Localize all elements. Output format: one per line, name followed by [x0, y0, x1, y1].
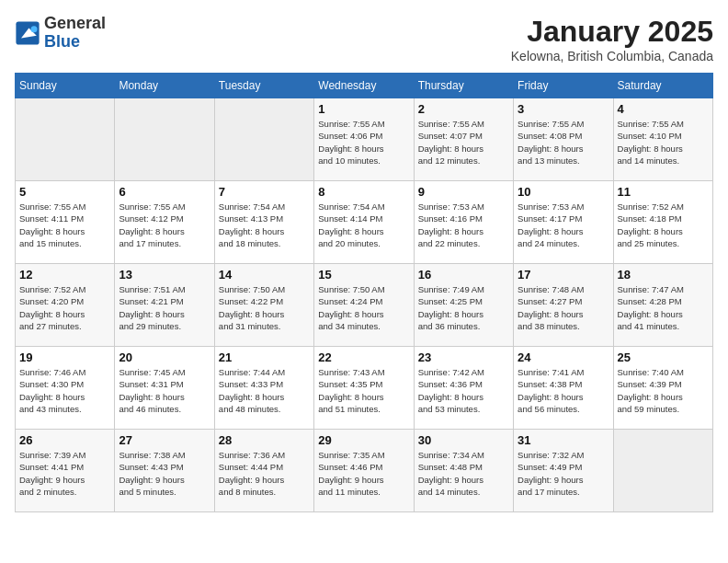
day-number: 8 — [318, 185, 409, 199]
day-detail: Sunrise: 7:55 AMSunset: 4:11 PMDaylight:… — [19, 201, 110, 249]
calendar-cell: 12Sunrise: 7:52 AMSunset: 4:20 PMDayligh… — [16, 264, 115, 347]
day-number: 26 — [19, 433, 110, 447]
calendar-cell: 9Sunrise: 7:53 AMSunset: 4:16 PMDaylight… — [414, 181, 513, 264]
month-title: January 2025 — [511, 15, 713, 49]
logo-general-text: General — [44, 14, 106, 32]
logo: General Blue — [15, 15, 106, 52]
day-number: 25 — [618, 350, 709, 364]
calendar-cell: 17Sunrise: 7:48 AMSunset: 4:27 PMDayligh… — [514, 264, 613, 347]
calendar-week-row: 26Sunrise: 7:39 AMSunset: 4:41 PMDayligh… — [16, 430, 713, 512]
calendar-cell: 4Sunrise: 7:55 AMSunset: 4:10 PMDaylight… — [613, 98, 712, 181]
calendar-cell: 3Sunrise: 7:55 AMSunset: 4:08 PMDaylight… — [514, 98, 613, 181]
day-number: 19 — [19, 350, 110, 364]
day-number: 1 — [318, 102, 409, 116]
day-detail: Sunrise: 7:42 AMSunset: 4:36 PMDaylight:… — [418, 366, 509, 415]
weekday-header: Thursday — [414, 74, 513, 98]
day-detail: Sunrise: 7:54 AMSunset: 4:13 PMDaylight:… — [219, 201, 310, 249]
day-number: 15 — [318, 268, 409, 282]
day-detail: Sunrise: 7:55 AMSunset: 4:12 PMDaylight:… — [119, 201, 210, 249]
calendar-cell — [613, 430, 712, 512]
calendar-cell: 6Sunrise: 7:55 AMSunset: 4:12 PMDaylight… — [115, 181, 214, 264]
day-number: 14 — [219, 268, 310, 282]
calendar-cell: 15Sunrise: 7:50 AMSunset: 4:24 PMDayligh… — [314, 264, 414, 347]
day-detail: Sunrise: 7:55 AMSunset: 4:10 PMDaylight:… — [618, 118, 709, 167]
calendar-cell: 13Sunrise: 7:51 AMSunset: 4:21 PMDayligh… — [115, 264, 214, 347]
day-detail: Sunrise: 7:55 AMSunset: 4:06 PMDaylight:… — [318, 118, 409, 167]
location: Kelowna, British Columbia, Canada — [511, 49, 713, 63]
weekday-header: Monday — [115, 74, 214, 98]
logo-blue-text: Blue — [44, 32, 80, 51]
day-detail: Sunrise: 7:34 AMSunset: 4:48 PMDaylight:… — [418, 449, 509, 498]
day-number: 30 — [418, 433, 509, 447]
day-detail: Sunrise: 7:45 AMSunset: 4:31 PMDaylight:… — [119, 366, 210, 415]
day-detail: Sunrise: 7:55 AMSunset: 4:08 PMDaylight:… — [518, 118, 609, 167]
day-number: 2 — [418, 102, 509, 116]
day-detail: Sunrise: 7:32 AMSunset: 4:49 PMDaylight:… — [518, 449, 609, 498]
calendar-cell: 21Sunrise: 7:44 AMSunset: 4:33 PMDayligh… — [214, 347, 313, 430]
calendar-cell: 16Sunrise: 7:49 AMSunset: 4:25 PMDayligh… — [414, 264, 513, 347]
calendar-cell: 5Sunrise: 7:55 AMSunset: 4:11 PMDaylight… — [16, 181, 115, 264]
day-number: 22 — [318, 350, 409, 364]
calendar-cell: 22Sunrise: 7:43 AMSunset: 4:35 PMDayligh… — [314, 347, 414, 430]
calendar-cell: 28Sunrise: 7:36 AMSunset: 4:44 PMDayligh… — [214, 430, 313, 512]
day-number: 6 — [119, 185, 210, 199]
calendar-week-row: 1Sunrise: 7:55 AMSunset: 4:06 PMDaylight… — [16, 98, 713, 181]
calendar-cell: 23Sunrise: 7:42 AMSunset: 4:36 PMDayligh… — [414, 347, 513, 430]
day-detail: Sunrise: 7:39 AMSunset: 4:41 PMDaylight:… — [19, 449, 110, 498]
calendar-cell: 10Sunrise: 7:53 AMSunset: 4:17 PMDayligh… — [514, 181, 613, 264]
day-detail: Sunrise: 7:52 AMSunset: 4:20 PMDaylight:… — [19, 283, 110, 332]
calendar-cell: 2Sunrise: 7:55 AMSunset: 4:07 PMDaylight… — [414, 98, 513, 181]
day-detail: Sunrise: 7:52 AMSunset: 4:18 PMDaylight:… — [618, 201, 709, 249]
svg-point-2 — [31, 26, 38, 32]
day-number: 13 — [119, 268, 210, 282]
day-number: 21 — [219, 350, 310, 364]
calendar-week-row: 12Sunrise: 7:52 AMSunset: 4:20 PMDayligh… — [16, 264, 713, 347]
calendar-cell: 31Sunrise: 7:32 AMSunset: 4:49 PMDayligh… — [514, 430, 613, 512]
day-detail: Sunrise: 7:36 AMSunset: 4:44 PMDaylight:… — [219, 449, 310, 498]
day-number: 5 — [19, 185, 110, 199]
day-number: 9 — [418, 185, 509, 199]
day-number: 3 — [518, 102, 609, 116]
calendar-cell: 27Sunrise: 7:38 AMSunset: 4:43 PMDayligh… — [115, 430, 214, 512]
calendar-cell — [214, 98, 313, 181]
day-number: 31 — [518, 433, 609, 447]
weekday-header: Saturday — [613, 74, 712, 98]
calendar-cell: 26Sunrise: 7:39 AMSunset: 4:41 PMDayligh… — [16, 430, 115, 512]
day-number: 27 — [119, 433, 210, 447]
calendar-cell: 14Sunrise: 7:50 AMSunset: 4:22 PMDayligh… — [214, 264, 313, 347]
day-detail: Sunrise: 7:44 AMSunset: 4:33 PMDaylight:… — [219, 366, 310, 415]
calendar-cell — [16, 98, 115, 181]
day-detail: Sunrise: 7:49 AMSunset: 4:25 PMDaylight:… — [418, 283, 509, 332]
day-number: 7 — [219, 185, 310, 199]
calendar-table: SundayMondayTuesdayWednesdayThursdayFrid… — [15, 73, 713, 512]
day-detail: Sunrise: 7:50 AMSunset: 4:22 PMDaylight:… — [219, 283, 310, 332]
weekday-header: Sunday — [16, 74, 115, 98]
calendar-cell: 25Sunrise: 7:40 AMSunset: 4:39 PMDayligh… — [613, 347, 712, 430]
calendar-cell: 20Sunrise: 7:45 AMSunset: 4:31 PMDayligh… — [115, 347, 214, 430]
calendar-cell: 11Sunrise: 7:52 AMSunset: 4:18 PMDayligh… — [613, 181, 712, 264]
day-number: 16 — [418, 268, 509, 282]
calendar-cell: 7Sunrise: 7:54 AMSunset: 4:13 PMDaylight… — [214, 181, 313, 264]
day-detail: Sunrise: 7:54 AMSunset: 4:14 PMDaylight:… — [318, 201, 409, 249]
day-detail: Sunrise: 7:35 AMSunset: 4:46 PMDaylight:… — [318, 449, 409, 498]
day-number: 17 — [518, 268, 609, 282]
calendar-cell: 30Sunrise: 7:34 AMSunset: 4:48 PMDayligh… — [414, 430, 513, 512]
day-detail: Sunrise: 7:50 AMSunset: 4:24 PMDaylight:… — [318, 283, 409, 332]
weekday-header: Wednesday — [314, 74, 414, 98]
title-block: January 2025 Kelowna, British Columbia, … — [511, 15, 713, 63]
page-header: General Blue January 2025 Kelowna, Briti… — [15, 15, 713, 63]
day-detail: Sunrise: 7:48 AMSunset: 4:27 PMDaylight:… — [518, 283, 609, 332]
day-detail: Sunrise: 7:53 AMSunset: 4:16 PMDaylight:… — [418, 201, 509, 249]
day-number: 12 — [19, 268, 110, 282]
day-detail: Sunrise: 7:53 AMSunset: 4:17 PMDaylight:… — [518, 201, 609, 249]
calendar-cell — [115, 98, 214, 181]
day-detail: Sunrise: 7:55 AMSunset: 4:07 PMDaylight:… — [418, 118, 509, 167]
day-number: 29 — [318, 433, 409, 447]
calendar-cell: 24Sunrise: 7:41 AMSunset: 4:38 PMDayligh… — [514, 347, 613, 430]
logo-icon — [15, 20, 40, 46]
day-number: 4 — [618, 102, 709, 116]
day-detail: Sunrise: 7:46 AMSunset: 4:30 PMDaylight:… — [19, 366, 110, 415]
day-number: 24 — [518, 350, 609, 364]
day-detail: Sunrise: 7:40 AMSunset: 4:39 PMDaylight:… — [618, 366, 709, 415]
calendar-cell: 19Sunrise: 7:46 AMSunset: 4:30 PMDayligh… — [16, 347, 115, 430]
